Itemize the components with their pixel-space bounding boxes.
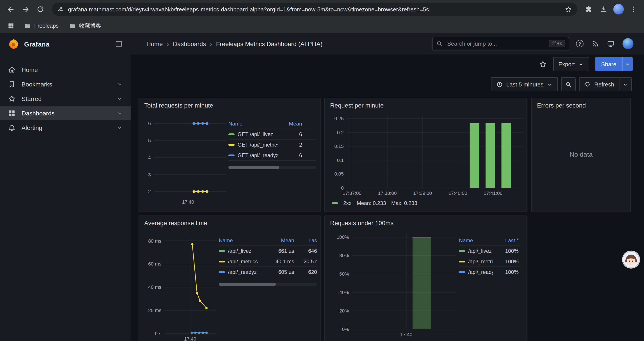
total-requests-chart[interactable]: 6543217:40 xyxy=(142,115,227,206)
legend-header-cell[interactable]: Name xyxy=(228,121,278,127)
panel-title[interactable]: Average response time xyxy=(139,216,320,230)
rss-icon[interactable] xyxy=(592,40,599,47)
refresh-interval-dropdown[interactable] xyxy=(620,77,632,91)
legend-scrollbar-thumb[interactable] xyxy=(228,166,279,169)
series-color-dash xyxy=(459,250,465,252)
grafana-logo-icon[interactable] xyxy=(8,38,19,50)
reload-button[interactable] xyxy=(33,2,47,16)
c4-plot-area[interactable] xyxy=(164,236,217,333)
url-text[interactable]: grafana.mathmast.com/d/deytv4rwavabkb/fr… xyxy=(68,6,561,13)
sidebar-item-home[interactable]: Home xyxy=(0,62,131,77)
back-button[interactable] xyxy=(4,2,18,16)
refresh-label: Refresh xyxy=(594,81,614,88)
legend-scrollbar-thumb[interactable] xyxy=(219,283,276,286)
average-response-time-chart[interactable]: 80 ms60 ms40 ms20 ms0 s17:40 xyxy=(142,236,217,341)
sidebar-item-dashboards[interactable]: Dashboards xyxy=(0,106,131,120)
c1-plot-area[interactable] xyxy=(154,115,227,197)
refresh-button[interactable]: Refresh xyxy=(579,77,620,91)
series-color-dash xyxy=(219,260,225,262)
panel-requests-under-100ms[interactable]: Requests under 100ms 100%80%60%40%20%0%1… xyxy=(324,215,527,341)
help-icon[interactable]: ? xyxy=(576,40,584,47)
chevron-down-icon xyxy=(625,61,630,67)
c2-plot-area[interactable] xyxy=(347,115,523,188)
legend-header: NameMean xyxy=(228,119,316,129)
browser-menu-icon[interactable] xyxy=(626,2,640,16)
y-tick-label: 0 xyxy=(328,185,344,191)
legend-header-cell[interactable]: Name xyxy=(219,237,264,243)
legend-scrollbar[interactable] xyxy=(228,166,316,169)
sidebar-item-bookmarks[interactable]: Bookmarks xyxy=(0,77,131,91)
breadcrumb-dashboards[interactable]: Dashboards xyxy=(173,40,206,47)
breadcrumb-home[interactable]: Home xyxy=(146,40,163,47)
requests-under-100ms-chart[interactable]: 100%80%60%40%20%0%17:40 xyxy=(328,233,456,340)
no-data-message: No data xyxy=(532,150,630,158)
legend-header-cell[interactable]: Mean xyxy=(269,237,294,243)
downloads-icon[interactable] xyxy=(597,2,611,16)
apps-grid-icon[interactable] xyxy=(5,20,17,32)
user-avatar[interactable] xyxy=(622,38,634,49)
grafana-brand: Grafana xyxy=(24,40,50,48)
chevron-down-icon[interactable] xyxy=(116,124,123,131)
legend-row[interactable]: /api/_metrics100% xyxy=(459,256,521,267)
legend-row[interactable]: /api/_metrics40.1 ms20.5 r xyxy=(219,256,317,267)
series-color-dash xyxy=(459,260,465,262)
legend-row[interactable]: /api/_readyz100% xyxy=(459,267,521,277)
series-name[interactable]: 2xx xyxy=(343,200,351,206)
legend-row[interactable]: GET /api/_metrics2 xyxy=(228,140,316,150)
url-bar[interactable]: grafana.mathmast.com/d/deytv4rwavabkb/fr… xyxy=(52,3,577,16)
panel-errors-per-second[interactable]: Errors per second No data xyxy=(531,98,631,212)
favorite-dashboard-button[interactable] xyxy=(538,60,547,68)
forward-button[interactable] xyxy=(18,2,32,16)
share-button[interactable]: Share xyxy=(596,57,622,71)
refresh-icon xyxy=(584,81,591,87)
zoom-out-button[interactable] xyxy=(561,77,576,91)
chevron-down-icon[interactable] xyxy=(116,110,123,116)
panel-legend[interactable]: 2xx Mean: 0.233 Max: 0.233 xyxy=(332,200,417,206)
panel-title[interactable]: Errors per second xyxy=(532,98,630,112)
legend-row[interactable]: GET /api/_livez6 xyxy=(228,129,316,140)
extensions-icon[interactable] xyxy=(582,2,596,16)
sidebar-item-alerting[interactable]: Alerting xyxy=(0,120,131,135)
collapse-sidebar-icon[interactable] xyxy=(115,40,123,48)
series-max: Max: 0.233 xyxy=(391,200,417,206)
share-dropdown-button[interactable] xyxy=(622,57,632,71)
panel-average-response-time[interactable]: Average response time 80 ms60 ms40 ms20 … xyxy=(138,215,321,341)
browser-profile-avatar[interactable] xyxy=(612,2,626,16)
puzzle-icon xyxy=(585,5,593,13)
y-tick-label: 0.05 xyxy=(328,171,344,177)
c5-plot-area[interactable] xyxy=(352,233,456,329)
panel-title[interactable]: Request per minute xyxy=(325,98,526,112)
legend-row[interactable]: /api/_livez661 µs646 xyxy=(219,246,317,256)
export-button[interactable]: Export xyxy=(553,57,589,71)
bookmark-folder-freeleaps[interactable]: Freeleaps xyxy=(21,21,62,31)
legend-header-cell[interactable]: Mean xyxy=(282,121,302,127)
time-range-picker[interactable]: Last 5 minutes xyxy=(491,77,558,91)
download-icon xyxy=(600,5,608,13)
legend-header-cell[interactable]: Las xyxy=(298,237,317,243)
panel-request-per-minute[interactable]: Request per minute 0.250.20.150.10.05017… xyxy=(324,98,527,212)
legend-scrollbar[interactable] xyxy=(219,283,317,286)
y-tick-label: 0.2 xyxy=(328,129,344,136)
search-field[interactable] xyxy=(446,40,545,47)
sidebar-item-starred[interactable]: Starred xyxy=(0,91,131,106)
legend-row[interactable]: /api/_readyz605 µs620 xyxy=(219,267,317,277)
assistant-avatar[interactable] xyxy=(623,251,639,268)
monitor-icon[interactable] xyxy=(607,40,615,48)
bookmark-star-icon[interactable] xyxy=(565,6,572,13)
request-per-minute-chart[interactable]: 0.250.20.150.10.05017:37:0017:38:0017:39… xyxy=(328,115,523,199)
bookmark-folder-blogs[interactable]: 收藏博客 xyxy=(66,21,104,31)
chevron-down-icon[interactable] xyxy=(116,81,123,87)
chevron-down-icon[interactable] xyxy=(116,96,123,102)
panel-total-requests-per-minute[interactable]: Total requests per minute 6543217:40 Nam… xyxy=(138,98,321,212)
legend-row[interactable]: GET /api/_readyz6 xyxy=(228,150,316,161)
panel-title[interactable]: Total requests per minute xyxy=(139,98,320,112)
y-tick-label: 80% xyxy=(328,253,349,259)
legend-row[interactable]: /api/_livez100% xyxy=(459,246,521,256)
search-input[interactable]: ⌘+k xyxy=(432,37,569,51)
legend-header-cell[interactable]: Last * xyxy=(498,237,518,243)
panel-title[interactable]: Requests under 100ms xyxy=(325,216,526,230)
x-tick-label: 17:41:00 xyxy=(473,190,513,196)
legend-header-cell[interactable]: Name xyxy=(459,237,493,243)
series-name-cell: GET /api/_livez xyxy=(228,131,278,137)
site-info-icon[interactable] xyxy=(57,6,64,13)
